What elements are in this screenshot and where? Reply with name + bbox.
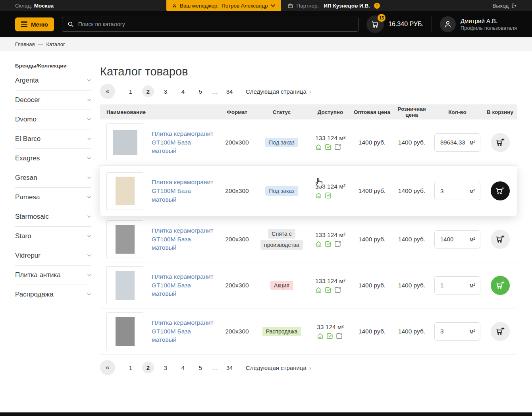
sidebar-item-label: Vidrepur bbox=[15, 252, 40, 260]
quantity-input[interactable] bbox=[440, 188, 468, 195]
status-badge: Распродажа bbox=[262, 327, 301, 336]
add-to-cart-icon bbox=[495, 235, 505, 244]
sidebar-item-starmosaic[interactable]: Starmosaic bbox=[15, 207, 91, 227]
pagination-page-34[interactable]: 34 bbox=[224, 362, 235, 374]
sidebar-item-label: Decocer bbox=[15, 96, 40, 104]
sidebar-item-gresan[interactable]: Gresan bbox=[15, 168, 91, 188]
product-rows: Плитка керамогранит GT100M База матовый2… bbox=[100, 119, 517, 354]
home-icon bbox=[315, 241, 322, 247]
page-title: Каталог товаров bbox=[100, 65, 517, 78]
x-icon bbox=[334, 287, 341, 293]
sidebar-item-pamesa[interactable]: Pamesa bbox=[15, 188, 91, 207]
available-value: 133 124 м² bbox=[315, 183, 345, 190]
product-name-cell: Плитка керамогранит GT100M База матовый bbox=[100, 172, 219, 210]
column-header: Оптовая цена bbox=[352, 109, 392, 115]
pagination-page-3[interactable]: 3 bbox=[160, 85, 172, 97]
product-title-link[interactable]: Плитка керамогранит GT100M База матовый bbox=[152, 272, 214, 298]
sidebar-item-el-barco[interactable]: El Barco bbox=[15, 129, 91, 149]
cart-button[interactable]: 15 bbox=[366, 15, 384, 33]
pagination-page-2[interactable]: 2 bbox=[142, 362, 154, 374]
pagination-page-34[interactable]: 34 bbox=[224, 85, 235, 97]
quantity-cell: м² bbox=[432, 133, 483, 152]
pagination-page-3[interactable]: 3 bbox=[160, 362, 172, 374]
add-to-cart-button[interactable] bbox=[491, 276, 510, 295]
sidebar-item-плитка-антика[interactable]: Плитка антика bbox=[15, 266, 91, 285]
sidebar-item-label: Starmosaic bbox=[15, 213, 49, 221]
add-to-cart-button[interactable] bbox=[491, 230, 510, 249]
pagination-next-button[interactable]: Следующая страница› bbox=[246, 88, 311, 95]
availability-icons bbox=[315, 144, 345, 150]
check-icon bbox=[325, 144, 332, 150]
menu-button[interactable]: Меню bbox=[15, 17, 54, 31]
sidebar-item-dvomo[interactable]: Dvomo bbox=[15, 110, 91, 129]
logout-button[interactable]: Выход bbox=[493, 3, 517, 9]
chevron-down-icon bbox=[87, 118, 91, 121]
wholesale-price-cell: 1400 руб. bbox=[352, 236, 392, 243]
product-title-link[interactable]: Плитка керамогранит GT100M База матовый bbox=[152, 318, 214, 344]
status-cell: Снята с производства bbox=[255, 228, 308, 250]
product-image[interactable] bbox=[106, 266, 143, 304]
cart-total: 16.340 РУБ. bbox=[388, 21, 424, 28]
product-image[interactable] bbox=[106, 172, 143, 210]
home-icon bbox=[315, 192, 322, 199]
pagination-page-5[interactable]: 5 bbox=[195, 85, 206, 97]
quantity-box: м² bbox=[434, 322, 480, 341]
warning-icon[interactable]: ! bbox=[374, 3, 380, 9]
quantity-input[interactable] bbox=[440, 282, 468, 289]
manager-button[interactable]: Ваш менеджер: Петров Александр bbox=[166, 0, 281, 11]
menu-label: Меню bbox=[31, 21, 48, 28]
pagination-page-1[interactable]: 1 bbox=[125, 362, 137, 374]
sidebar-item-vidrepur[interactable]: Vidrepur bbox=[15, 246, 91, 266]
wholesale-price-cell: 1400 руб. bbox=[352, 187, 392, 195]
product-title-link[interactable]: Плитка керамогранит GT100M База матовый bbox=[152, 178, 214, 204]
search-input[interactable] bbox=[78, 21, 353, 27]
retail-price-cell: 1400 руб. bbox=[392, 282, 432, 289]
chevron-down-icon bbox=[87, 293, 91, 296]
user-profile[interactable]: Дмитрий А.В. Профиль пользователя bbox=[440, 16, 517, 32]
pagination-prev-button[interactable]: « bbox=[100, 360, 115, 375]
status-badge: Снята с производства bbox=[260, 229, 303, 250]
sidebar-item-exagres[interactable]: Exagres bbox=[15, 149, 91, 168]
add-to-cart-button[interactable] bbox=[491, 322, 510, 341]
chevron-down-icon bbox=[87, 196, 91, 198]
add-to-cart-button[interactable] bbox=[491, 181, 510, 200]
pagination-next-button[interactable]: Следующая страница› bbox=[246, 364, 311, 371]
quantity-input[interactable] bbox=[440, 328, 468, 335]
available-cell: 133 124 м² bbox=[308, 135, 352, 150]
sidebar-item-staro[interactable]: Staro bbox=[15, 227, 91, 246]
availability-icons bbox=[315, 241, 345, 247]
product-image[interactable] bbox=[106, 123, 143, 161]
breadcrumb-home[interactable]: Главная bbox=[15, 41, 35, 47]
product-image[interactable] bbox=[106, 220, 143, 258]
status-badge: Под заказ bbox=[265, 138, 298, 147]
pagination-page-4[interactable]: 4 bbox=[177, 362, 189, 374]
table-header: НаименованиеФорматСтатусДоступноОптовая … bbox=[100, 104, 517, 119]
quantity-input[interactable] bbox=[440, 139, 468, 146]
add-to-cart-cell bbox=[483, 133, 517, 152]
add-to-cart-button[interactable] bbox=[491, 133, 510, 152]
sidebar-item-распродажа[interactable]: Распродажа bbox=[15, 285, 91, 304]
manager-label: Ваш менеджер: bbox=[180, 3, 219, 9]
pagination-page-1[interactable]: 1 bbox=[125, 85, 137, 97]
add-to-cart-icon bbox=[495, 327, 505, 336]
pagination-page-2[interactable]: 2 bbox=[142, 85, 154, 97]
product-image[interactable] bbox=[106, 312, 143, 350]
quantity-input[interactable] bbox=[440, 236, 468, 243]
pagination-prev-button[interactable]: « bbox=[100, 84, 115, 99]
table-row: Плитка керамогранит GT100M База матовый2… bbox=[100, 119, 517, 166]
product-name-cell: Плитка керамогранит GT100M База матовый bbox=[100, 220, 219, 258]
product-title-link[interactable]: Плитка керамогранит GT100M База матовый bbox=[152, 129, 214, 155]
home-icon bbox=[315, 287, 322, 293]
column-header: В корзину bbox=[483, 109, 517, 115]
product-title-link[interactable]: Плитка керамогранит GT100M База матовый bbox=[152, 226, 214, 252]
sidebar-item-decocer[interactable]: Decocer bbox=[15, 91, 91, 110]
sidebar-item-argenta[interactable]: Argenta bbox=[15, 71, 91, 91]
pagination-page-5[interactable]: 5 bbox=[195, 362, 206, 374]
pagination-page-4[interactable]: 4 bbox=[177, 85, 189, 97]
status-cell: Распродажа bbox=[255, 326, 308, 337]
format-cell: 200х300 bbox=[219, 187, 255, 195]
column-header: Наименование bbox=[100, 109, 219, 115]
warehouse-label: Склад: bbox=[15, 3, 32, 9]
topbar: Склад:Москва Ваш менеджер: Петров Алекса… bbox=[0, 0, 532, 11]
add-to-cart-cell bbox=[483, 181, 517, 200]
